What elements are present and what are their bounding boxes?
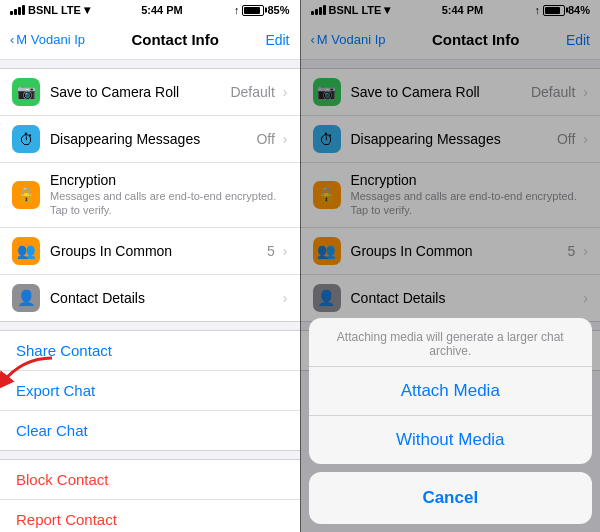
disappearing-messages-content: Disappearing Messages — [50, 131, 256, 147]
carrier-label: BSNL — [28, 4, 58, 16]
left-edit-button[interactable]: Edit — [265, 32, 289, 48]
groups-in-common-title: Groups In Common — [50, 243, 267, 259]
save-camera-roll-right: Default › — [230, 84, 287, 100]
left-status-right: ↑ 85% — [234, 4, 290, 16]
left-nav-title: Contact Info — [131, 31, 219, 48]
groups-in-common-right: 5 › — [267, 243, 287, 259]
disappearing-messages-row[interactable]: ⏱ Disappearing Messages Off › — [0, 116, 300, 163]
action-sheet: Attaching media will generate a larger c… — [301, 318, 601, 532]
save-camera-roll-title: Save to Camera Roll — [50, 84, 230, 100]
left-back-chevron: ‹ — [10, 32, 14, 47]
camera-icon: 📷 — [12, 78, 40, 106]
save-camera-roll-row[interactable]: 📷 Save to Camera Roll Default › — [0, 69, 300, 116]
contact-details-chevron: › — [283, 290, 288, 306]
right-panel: BSNL LTE ▾ 5:44 PM ↑ 84% ‹ M Vodani Ip C… — [301, 0, 601, 532]
left-content: 📷 Save to Camera Roll Default › ⏱ Disapp… — [0, 60, 300, 532]
clock-icon: ⏱ — [12, 125, 40, 153]
action-sheet-top: Attaching media will generate a larger c… — [309, 318, 593, 464]
contact-details-right: › — [283, 290, 288, 306]
battery-percent: 85% — [267, 4, 289, 16]
left-action-section: Share Contact Export Chat Clear Chat — [0, 330, 300, 451]
clear-chat-button[interactable]: Clear Chat — [0, 411, 300, 450]
left-back-button[interactable]: ‹ M Vodani Ip — [10, 32, 85, 47]
left-time: 5:44 PM — [141, 4, 183, 16]
block-contact-button[interactable]: Block Contact — [0, 460, 300, 500]
left-settings-group: 📷 Save to Camera Roll Default › ⏱ Disapp… — [0, 68, 300, 322]
contact-details-title: Contact Details — [50, 290, 283, 306]
encryption-title: Encryption — [50, 172, 288, 188]
person-icon: 👤 — [12, 284, 40, 312]
contact-details-content: Contact Details — [50, 290, 283, 306]
encryption-subtitle: Messages and calls are end-to-end encryp… — [50, 189, 288, 218]
network-type: LTE — [61, 4, 81, 16]
encryption-row[interactable]: 🔒 Encryption Messages and calls are end-… — [0, 163, 300, 228]
disappearing-messages-title: Disappearing Messages — [50, 131, 256, 147]
modal-overlay[interactable]: Attaching media will generate a larger c… — [301, 0, 601, 532]
action-sheet-message: Attaching media will generate a larger c… — [309, 318, 593, 367]
save-camera-roll-chevron: › — [283, 84, 288, 100]
lock-icon: 🔒 — [12, 181, 40, 209]
action-sheet-cancel: Cancel — [309, 472, 593, 524]
encryption-content: Encryption Messages and calls are end-to… — [50, 172, 288, 218]
groups-in-common-chevron: › — [283, 243, 288, 259]
left-status-left: BSNL LTE ▾ — [10, 3, 90, 17]
battery-icon — [242, 5, 264, 16]
share-contact-button[interactable]: Share Contact — [0, 331, 300, 371]
report-contact-button[interactable]: Report Contact — [0, 500, 300, 532]
attach-media-button[interactable]: Attach Media — [309, 367, 593, 416]
left-status-bar: BSNL LTE ▾ 5:44 PM ↑ 85% — [0, 0, 300, 20]
left-danger-section: Block Contact Report Contact — [0, 459, 300, 532]
disappearing-messages-chevron: › — [283, 131, 288, 147]
contact-details-row[interactable]: 👤 Contact Details › — [0, 275, 300, 321]
battery-fill — [244, 7, 259, 14]
without-media-button[interactable]: Without Media — [309, 416, 593, 464]
left-nav-bar: ‹ M Vodani Ip Contact Info Edit — [0, 20, 300, 60]
left-arrow-icon: ↑ — [234, 4, 240, 16]
cancel-button[interactable]: Cancel — [309, 472, 593, 524]
left-panel: BSNL LTE ▾ 5:44 PM ↑ 85% ‹ M Vodani Ip C… — [0, 0, 300, 532]
save-camera-roll-content: Save to Camera Roll — [50, 84, 230, 100]
wifi-icon: ▾ — [84, 3, 90, 17]
disappearing-messages-value: Off — [256, 131, 274, 147]
left-back-label: M Vodani Ip — [16, 32, 85, 47]
group-icon: 👥 — [12, 237, 40, 265]
groups-in-common-value: 5 — [267, 243, 275, 259]
groups-in-common-content: Groups In Common — [50, 243, 267, 259]
export-chat-button[interactable]: Export Chat — [0, 371, 300, 411]
save-camera-roll-value: Default — [230, 84, 274, 100]
disappearing-messages-right: Off › — [256, 131, 287, 147]
signal-icon — [10, 5, 25, 15]
groups-in-common-row[interactable]: 👥 Groups In Common 5 › — [0, 228, 300, 275]
